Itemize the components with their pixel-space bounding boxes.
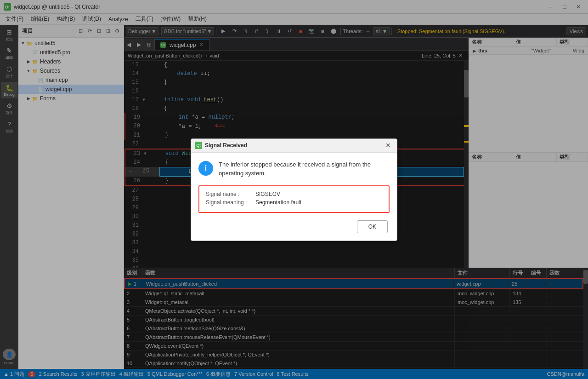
modal-qt-icon: Qt <box>195 142 202 149</box>
signal-meaning-value: Segmentation fault <box>255 199 301 206</box>
info-icon: i <box>198 161 213 176</box>
modal-info-row: i The inferior stopped because it receiv… <box>198 160 390 178</box>
modal-message: The inferior stopped because it received… <box>219 160 390 178</box>
modal-title: Signal Received <box>205 142 383 149</box>
modal-titlebar: Qt Signal Received ✕ <box>191 139 397 153</box>
modal-overlay[interactable]: Qt Signal Received ✕ i The inferior stop… <box>0 0 588 379</box>
modal-ok-button[interactable]: OK <box>357 220 388 233</box>
signal-details-box: Signal name : SIGSEGV Signal meaning : S… <box>198 185 390 213</box>
signal-meaning-label: Signal meaning : <box>206 199 252 206</box>
modal-body: i The inferior stopped because it receiv… <box>191 153 397 241</box>
signal-name-value: SIGSEGV <box>255 191 280 197</box>
signal-name-label: Signal name : <box>206 191 252 197</box>
modal-footer: OK <box>198 220 390 233</box>
signal-received-modal: Qt Signal Received ✕ i The inferior stop… <box>191 138 397 241</box>
signal-name-row: Signal name : SIGSEGV <box>206 191 382 197</box>
signal-meaning-row: Signal meaning : Segmentation fault <box>206 199 382 206</box>
modal-close-btn[interactable]: ✕ <box>383 140 393 150</box>
